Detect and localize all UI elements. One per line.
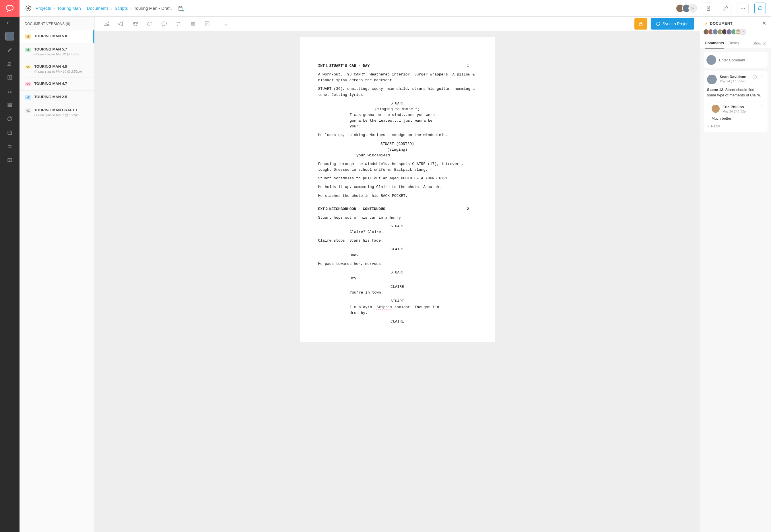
svg-point-18	[744, 8, 745, 9]
more-button[interactable]	[737, 3, 749, 14]
action-text[interactable]: Claire stops. Scans his face.	[318, 238, 477, 244]
parenthetical[interactable]: (singing)	[318, 147, 477, 153]
right-panel: DOCUMENT ✕ SW Comments Tasks Show	[700, 17, 771, 532]
reply-link[interactable]: ↳Reply...	[707, 124, 764, 128]
transition-icon[interactable]	[172, 18, 185, 30]
version-item[interactable]: v4TOURING MAN 4.8Last synced May 10 @ 2:…	[20, 60, 94, 77]
note-icon[interactable]	[201, 18, 213, 30]
parenthetical[interactable]: (singing to himself)	[318, 106, 477, 112]
versions-header: DOCUMENT VERSIONS (6)	[20, 17, 94, 30]
dialogue[interactable]: Claire? Claire.	[350, 229, 445, 235]
character-name[interactable]: CLAIRE	[318, 319, 477, 325]
save-icon[interactable]	[178, 5, 183, 11]
app-logo[interactable]	[0, 0, 20, 17]
tab-tasks[interactable]: Tasks	[729, 38, 739, 48]
character-name[interactable]: STUART	[318, 224, 477, 229]
action-text[interactable]: He pads towards her, nervous.	[318, 261, 477, 267]
reply-text: Much better!	[712, 116, 764, 121]
tab-comments[interactable]: Comments	[705, 38, 724, 48]
version-title: TOURING MAN 5.7	[34, 47, 81, 51]
comments-button[interactable]	[754, 3, 766, 14]
lock-button[interactable]	[634, 18, 647, 30]
rail-book-icon[interactable]	[0, 153, 20, 167]
chevron-right-icon: ›	[111, 6, 112, 11]
action-text[interactable]: He stashes the photo in his BACK POCKET.	[318, 193, 477, 199]
svg-point-22	[147, 22, 152, 25]
rail-sliders-icon[interactable]	[0, 139, 20, 153]
comment-input[interactable]	[719, 58, 767, 62]
svg-rect-5	[8, 103, 12, 104]
more-icon[interactable]: ⋯	[760, 105, 764, 109]
dialogue[interactable]: Hey..	[350, 275, 445, 281]
ellipse-icon[interactable]	[143, 18, 156, 30]
action-text[interactable]: Focusing through the windshield, he spot…	[318, 161, 477, 173]
rail-rows-icon[interactable]	[0, 98, 20, 112]
dialogue[interactable]: ...your windshield..	[350, 153, 445, 158]
breadcrumb-documents[interactable]: Documents	[87, 6, 109, 11]
megaphone-icon[interactable]	[115, 18, 127, 30]
link-button[interactable]	[720, 3, 731, 14]
dialogue[interactable]: Dad?	[350, 253, 445, 258]
version-title: TOURING MAN 2.5	[34, 95, 67, 99]
svg-point-1	[8, 62, 10, 63]
action-text[interactable]: Stuart scrambles to pull out an aged PHO…	[318, 176, 477, 181]
mask-icon[interactable]	[129, 18, 142, 30]
breadcrumb-scripts[interactable]: Scripts	[115, 6, 128, 11]
svg-point-28	[763, 42, 766, 45]
close-icon[interactable]: ✕	[762, 20, 766, 26]
version-item[interactable]: v2TOURING MAN 2.5	[20, 91, 94, 104]
breadcrumb-project[interactable]: Touring Man	[57, 6, 81, 11]
topbar-avatars[interactable]	[676, 4, 697, 13]
version-item[interactable]: v1TOURING MAN DRAFT 1Last synced Mar 1 @…	[20, 104, 94, 121]
rail-calendar-icon[interactable]	[0, 126, 20, 139]
rail-people-icon[interactable]	[0, 57, 20, 71]
justify-icon[interactable]	[187, 18, 199, 30]
resolve-icon[interactable]	[752, 75, 757, 80]
panel-body: Sean Davidson May 24 @ 10:55am ⋯ Scene 1…	[700, 49, 771, 532]
avatar-add[interactable]	[688, 4, 697, 13]
character-name[interactable]: STUART	[318, 101, 477, 106]
version-item[interactable]: v5TOURING MAN 5.7Last synced Mar 22 @ 5:…	[20, 43, 94, 60]
action-text[interactable]: A worn-out, '93 CAMRY. Weathered interio…	[318, 72, 477, 83]
action-text[interactable]: Stuart hops out of his car in a hurry.	[318, 215, 477, 221]
export-button[interactable]	[703, 3, 714, 14]
comment-text: Scene 12: Stuart should find some type o…	[707, 87, 764, 98]
character-name[interactable]: STUART	[318, 270, 477, 275]
character-name[interactable]: STUART (CONT'D)	[318, 141, 477, 147]
svg-point-27	[742, 31, 743, 32]
action-text[interactable]: He looks up, thinking. Notices a smudge …	[318, 132, 477, 138]
rail-pages-icon[interactable]	[0, 71, 20, 84]
scene-heading[interactable]: INT. STUART'S CAR - DAY	[318, 63, 477, 69]
project-icon[interactable]	[25, 5, 32, 12]
character-name[interactable]: STUART	[318, 298, 477, 304]
scene-heading[interactable]: EXT. NEIGHBORHOOD - CONTINUOUS	[318, 206, 477, 212]
body: DOCUMENT VERSIONS (6) v6TOURING MAN 5.8v…	[20, 17, 771, 532]
show-filter[interactable]: Show	[753, 41, 766, 45]
back-arrow-icon[interactable]	[0, 17, 20, 29]
collaborator-avatars[interactable]: SW	[700, 29, 771, 38]
line-numbers-icon[interactable]: 12	[221, 18, 233, 30]
rail-edit-icon[interactable]	[0, 43, 20, 57]
version-item[interactable]: v3TOURING MAN 4.7	[20, 77, 94, 91]
dialogue[interactable]: You're in town.	[350, 290, 445, 296]
avatar	[712, 105, 720, 113]
sync-to-project-button[interactable]: Sync to Project	[651, 18, 694, 30]
speech-bubble-icon[interactable]	[158, 18, 170, 30]
breadcrumb-projects[interactable]: Projects	[36, 6, 51, 11]
more-icon[interactable]: ⋯	[760, 75, 764, 80]
action-text[interactable]: STUART (36), unwitting, cocky, man child…	[318, 86, 477, 98]
action-text[interactable]: He holds it up, comparing Claire to the …	[318, 184, 477, 190]
image-icon[interactable]	[100, 18, 113, 30]
rail-list-icon[interactable]	[0, 84, 20, 98]
version-item[interactable]: v6TOURING MAN 5.8	[20, 30, 94, 43]
script-viewport[interactable]: 1 1 INT. STUART'S CAR - DAY A worn-out, …	[95, 31, 700, 532]
topbar: Projects › Touring Man › Documents › Scr…	[20, 0, 771, 17]
dialogue[interactable]: I'm playin' Skipp's tonight. Thought I'd…	[350, 304, 445, 316]
version-badge: v5	[25, 48, 31, 52]
dialogue[interactable]: I was gonna be the wind...and you were g…	[350, 112, 445, 129]
comment-input-box[interactable]	[704, 52, 768, 68]
character-name[interactable]: CLAIRE	[318, 284, 477, 290]
character-name[interactable]: CLAIRE	[318, 246, 477, 252]
rail-project-thumb[interactable]	[0, 29, 20, 43]
rail-aperture-icon[interactable]	[0, 112, 20, 126]
